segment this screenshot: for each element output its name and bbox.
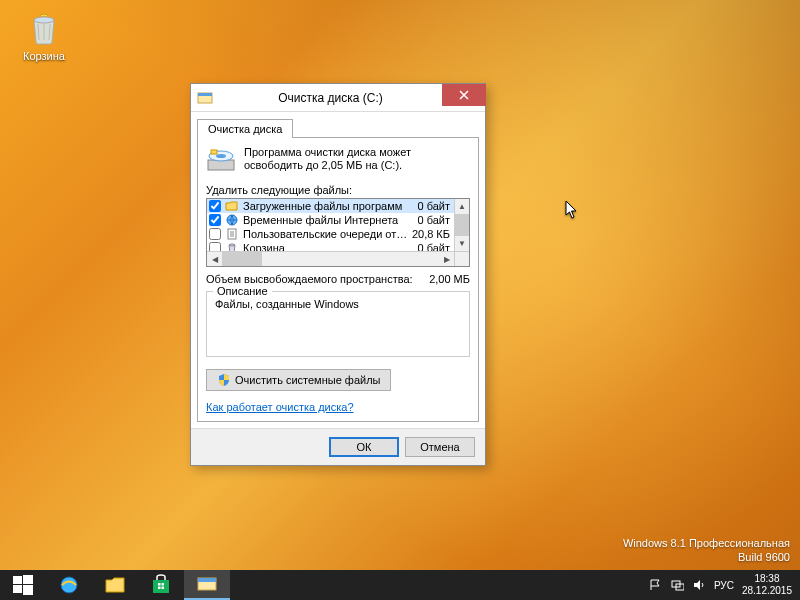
- svg-rect-21: [198, 578, 216, 582]
- svg-rect-6: [211, 150, 217, 154]
- item-checkbox[interactable]: [209, 242, 221, 251]
- mouse-cursor: [565, 200, 579, 220]
- folder-icon: [103, 574, 127, 596]
- desktop-recycle-bin[interactable]: Корзина: [8, 8, 80, 62]
- files-to-delete-label: Удалить следующие файлы:: [206, 184, 470, 196]
- windows-logo-icon: [13, 575, 33, 595]
- total-space-label: Объем высвобождаемого пространства:: [206, 273, 413, 285]
- list-item[interactable]: Загруженные файлы программ 0 байт: [207, 199, 454, 213]
- close-button[interactable]: [442, 84, 486, 106]
- system-tray: РУС 18:38 28.12.2015: [640, 570, 800, 600]
- scroll-up-arrow[interactable]: ▲: [455, 199, 469, 214]
- tab-cleanup[interactable]: Очистка диска: [197, 119, 293, 138]
- list-item[interactable]: Временные файлы Интернета 0 байт: [207, 213, 454, 227]
- windows-watermark: Windows 8.1 Профессиональная Build 9600: [623, 536, 790, 564]
- taskbar-disk-cleanup[interactable]: [184, 570, 230, 600]
- scroll-thumb[interactable]: [222, 252, 262, 266]
- recycle-bin-icon: [24, 8, 64, 48]
- svg-rect-16: [158, 583, 161, 586]
- scroll-down-arrow[interactable]: ▼: [455, 236, 469, 251]
- horizontal-scrollbar[interactable]: ◀ ▶: [207, 251, 454, 266]
- ie-icon: [57, 574, 81, 596]
- volume-icon[interactable]: [692, 578, 706, 592]
- svg-rect-13: [23, 585, 33, 595]
- language-indicator[interactable]: РУС: [714, 580, 734, 591]
- tab-panel: Программа очистки диска может освободить…: [197, 137, 479, 422]
- disk-icon: [206, 146, 236, 176]
- taskbar-explorer[interactable]: [92, 570, 138, 600]
- folder-icon: [225, 199, 239, 213]
- list-item[interactable]: Пользовательские очереди отчетов … 20,8 …: [207, 227, 454, 241]
- flag-icon[interactable]: [648, 578, 662, 592]
- globe-icon: [225, 213, 239, 227]
- dialog-title: Очистка диска (C:): [219, 91, 442, 105]
- item-checkbox[interactable]: [209, 200, 221, 212]
- vertical-scrollbar[interactable]: ▲ ▼: [454, 199, 469, 251]
- intro-text: Программа очистки диска может освободить…: [244, 146, 470, 176]
- svg-rect-15: [153, 580, 169, 593]
- svg-point-5: [216, 154, 226, 158]
- item-checkbox[interactable]: [209, 228, 221, 240]
- svg-rect-10: [13, 576, 22, 584]
- svg-rect-17: [162, 583, 165, 586]
- start-button[interactable]: [0, 570, 46, 600]
- svg-rect-11: [23, 575, 33, 584]
- dialog-titlebar[interactable]: Очистка диска (C:): [191, 84, 485, 112]
- scroll-corner: [454, 251, 469, 266]
- clean-system-files-button[interactable]: Очистить системные файлы: [206, 369, 391, 391]
- total-space-value: 2,00 МБ: [429, 273, 470, 285]
- description-text: Файлы, созданные Windows: [215, 298, 461, 348]
- disk-cleanup-app-icon: [197, 90, 213, 106]
- tab-strip: Очистка диска: [191, 112, 485, 137]
- help-link[interactable]: Как работает очистка диска?: [206, 401, 354, 413]
- recycle-bin-small-icon: [225, 241, 239, 251]
- description-legend: Описание: [213, 285, 272, 297]
- shield-icon: [217, 373, 231, 387]
- file-list: Загруженные файлы программ 0 байт Времен…: [206, 198, 470, 267]
- svg-point-0: [34, 17, 54, 23]
- ok-button[interactable]: ОК: [329, 437, 399, 457]
- network-icon[interactable]: [670, 578, 684, 592]
- taskbar-store[interactable]: [138, 570, 184, 600]
- svg-point-9: [229, 244, 235, 246]
- disk-cleanup-icon: [195, 573, 219, 595]
- taskbar: РУС 18:38 28.12.2015: [0, 570, 800, 600]
- svg-rect-18: [158, 587, 161, 590]
- description-fieldset: Описание Файлы, созданные Windows: [206, 291, 470, 357]
- taskbar-clock[interactable]: 18:38 28.12.2015: [742, 573, 792, 597]
- svg-rect-19: [162, 587, 165, 590]
- scroll-thumb[interactable]: [455, 214, 469, 236]
- store-icon: [149, 574, 173, 596]
- disk-cleanup-dialog: Очистка диска (C:) Очистка диска Програм…: [190, 83, 486, 466]
- dialog-footer: ОК Отмена: [191, 428, 485, 465]
- svg-rect-2: [198, 93, 212, 96]
- desktop-icon-label: Корзина: [8, 50, 80, 62]
- scroll-right-arrow[interactable]: ▶: [439, 252, 454, 266]
- scroll-left-arrow[interactable]: ◀: [207, 252, 222, 266]
- cancel-button[interactable]: Отмена: [405, 437, 475, 457]
- taskbar-ie[interactable]: [46, 570, 92, 600]
- report-icon: [225, 227, 239, 241]
- svg-rect-12: [13, 585, 22, 593]
- item-checkbox[interactable]: [209, 214, 221, 226]
- list-item[interactable]: Корзина 0 байт: [207, 241, 454, 251]
